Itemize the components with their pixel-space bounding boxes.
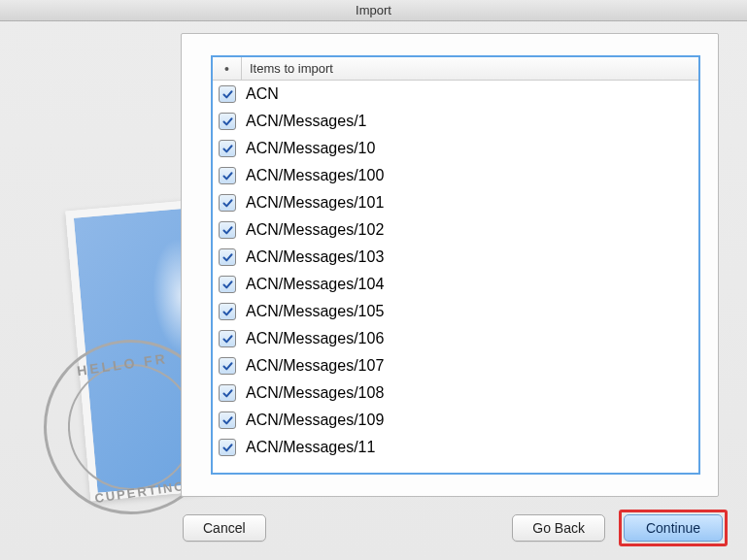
list-item-label: ACN/Messages/104: [246, 276, 384, 293]
checkbox[interactable]: [219, 194, 236, 212]
list-item[interactable]: ACN/Messages/1: [213, 108, 698, 135]
import-list[interactable]: ACNACN/Messages/1ACN/Messages/10ACN/Mess…: [213, 81, 698, 473]
list-item-label: ACN/Messages/1: [246, 113, 367, 130]
list-item-label: ACN/Messages/100: [246, 167, 384, 184]
checkmark-icon: [221, 143, 234, 155]
checkbox[interactable]: [219, 439, 236, 456]
checkbox[interactable]: [219, 330, 236, 347]
list-item[interactable]: ACN/Messages/109: [213, 407, 698, 434]
list-item[interactable]: ACN/Messages/11: [213, 434, 698, 461]
button-bar: Cancel Go Back Continue: [0, 511, 747, 544]
checkmark-icon: [221, 224, 234, 237]
go-back-button[interactable]: Go Back: [512, 514, 605, 542]
list-item-label: ACN/Messages/101: [246, 194, 384, 212]
checkbox[interactable]: [219, 303, 236, 320]
cancel-button[interactable]: Cancel: [183, 514, 266, 542]
checkbox[interactable]: [219, 167, 236, 184]
list-item[interactable]: ACN/Messages/106: [213, 325, 698, 352]
header-items-label: Items to import: [242, 61, 698, 76]
list-item-label: ACN/Messages/108: [246, 384, 384, 402]
checkmark-icon: [221, 414, 234, 427]
checkmark-icon: [221, 197, 234, 210]
import-list-box: • Items to import ACNACN/Messages/1ACN/M…: [211, 55, 700, 475]
list-item[interactable]: ACN/Messages/103: [213, 244, 698, 271]
checkmark-icon: [221, 387, 234, 400]
continue-highlight: Continue: [619, 510, 728, 546]
list-item[interactable]: ACN/Messages/108: [213, 379, 698, 407]
list-item-label: ACN/Messages/109: [246, 412, 384, 429]
checkmark-icon: [221, 360, 234, 373]
checkbox[interactable]: [219, 113, 236, 130]
checkmark-icon: [221, 442, 234, 454]
list-item[interactable]: ACN/Messages/104: [213, 271, 698, 298]
checkbox[interactable]: [219, 412, 236, 429]
checkmark-icon: [221, 170, 234, 182]
checkmark-icon: [221, 115, 234, 128]
checkbox[interactable]: [219, 357, 236, 375]
checkmark-icon: [221, 333, 234, 346]
list-item[interactable]: ACN/Messages/102: [213, 216, 698, 244]
list-item-label: ACN/Messages/105: [246, 303, 384, 320]
checkbox[interactable]: [219, 248, 236, 266]
list-item[interactable]: ACN/Messages/105: [213, 298, 698, 325]
list-item[interactable]: ACN: [213, 81, 698, 108]
checkbox[interactable]: [219, 85, 236, 103]
list-item-label: ACN/Messages/10: [246, 140, 375, 157]
window-title: Import: [0, 0, 747, 21]
checkmark-icon: [221, 251, 234, 264]
continue-button[interactable]: Continue: [624, 514, 723, 542]
checkmark-icon: [221, 88, 234, 101]
list-item-label: ACN/Messages/103: [246, 248, 384, 266]
import-panel: • Items to import ACNACN/Messages/1ACN/M…: [181, 33, 719, 497]
checkbox[interactable]: [219, 140, 236, 157]
list-item-label: ACN/Messages/11: [246, 439, 375, 456]
checkmark-icon: [221, 306, 234, 318]
list-item[interactable]: ACN/Messages/10: [213, 135, 698, 162]
checkbox[interactable]: [219, 221, 236, 239]
header-bullet-column: •: [213, 57, 242, 81]
list-header[interactable]: • Items to import: [213, 57, 698, 81]
list-item[interactable]: ACN/Messages/107: [213, 352, 698, 379]
list-item-label: ACN: [246, 85, 279, 103]
list-item-label: ACN/Messages/102: [246, 221, 384, 239]
checkbox[interactable]: [219, 384, 236, 402]
list-item[interactable]: ACN/Messages/101: [213, 189, 698, 216]
checkbox[interactable]: [219, 276, 236, 293]
list-item-label: ACN/Messages/107: [246, 357, 384, 375]
list-item-label: ACN/Messages/106: [246, 330, 384, 347]
checkmark-icon: [221, 279, 234, 291]
list-item[interactable]: ACN/Messages/100: [213, 162, 698, 189]
